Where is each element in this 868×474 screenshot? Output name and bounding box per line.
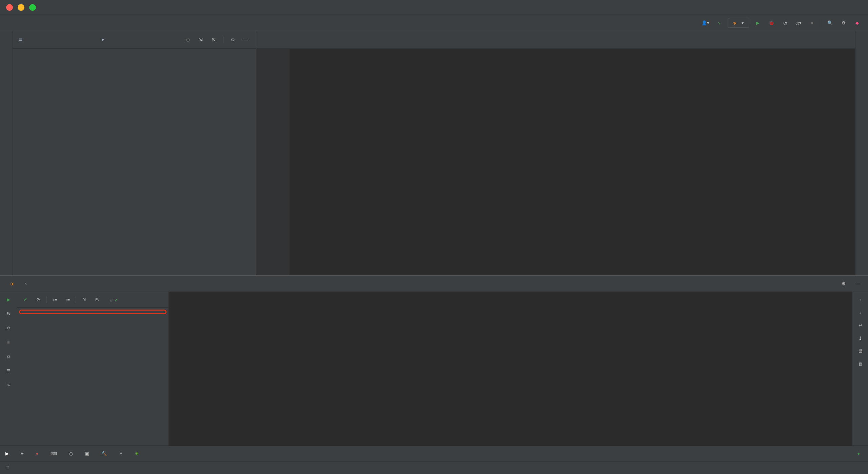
bottom-profiler-tab[interactable]: ◷: [69, 451, 76, 456]
locate-icon[interactable]: ⊕: [183, 35, 193, 45]
run-configuration-dropdown[interactable]: ⬗ ▾: [728, 18, 749, 28]
scroll-down-icon[interactable]: ↓: [855, 308, 865, 317]
layout-icon[interactable]: ☰: [4, 366, 13, 375]
profile-button[interactable]: ◷▾: [794, 18, 803, 28]
clear-icon[interactable]: 🗑: [855, 359, 865, 369]
scroll-up-icon[interactable]: ↑: [855, 295, 865, 304]
show-passed-icon[interactable]: ✔: [20, 295, 30, 304]
run-tab-close-icon[interactable]: ×: [24, 281, 27, 286]
rerun-failed-button[interactable]: ↻: [4, 309, 13, 318]
stop-run-button[interactable]: ■: [4, 337, 13, 347]
test-status: » ✔: [105, 296, 165, 303]
status-icon: ☐: [5, 465, 9, 470]
settings-icon[interactable]: [839, 18, 848, 28]
ide-logo-icon: ◆: [852, 18, 862, 28]
editor-tabs[interactable]: [256, 31, 855, 49]
run-hide-icon[interactable]: —: [853, 279, 863, 289]
expand-all-icon[interactable]: ⇲: [196, 35, 205, 45]
build-icon[interactable]: ↘: [714, 18, 724, 28]
project-settings-icon[interactable]: [228, 35, 238, 45]
bottom-build-tab[interactable]: 🔨: [101, 451, 110, 456]
toggle-auto-test-button[interactable]: ⟳: [4, 323, 13, 333]
window-minimize-button[interactable]: [18, 4, 24, 11]
print-icon[interactable]: 🖶: [855, 346, 865, 356]
expand-icon[interactable]: ⇲: [79, 295, 89, 304]
hide-panel-icon[interactable]: —: [241, 35, 251, 45]
stop-button[interactable]: ■: [807, 18, 817, 28]
sort-up-icon[interactable]: ↑≡: [63, 295, 72, 304]
bottom-spring-tab[interactable]: ❀: [135, 451, 141, 456]
editor-code[interactable]: [290, 49, 855, 275]
debug-button[interactable]: 🐞: [767, 18, 776, 28]
sort-down-icon[interactable]: ↓≡: [50, 295, 59, 304]
project-tree[interactable]: [13, 49, 256, 275]
test-results-tree[interactable]: [19, 310, 166, 314]
collapse-icon[interactable]: ⇱: [92, 295, 102, 304]
bottom-services-tab[interactable]: ▣: [85, 451, 92, 456]
run-button[interactable]: ▶: [753, 18, 763, 28]
show-ignored-icon[interactable]: ⊘: [33, 295, 43, 304]
search-everywhere-icon[interactable]: 🔍: [825, 18, 835, 28]
collapse-all-icon[interactable]: ⇱: [209, 35, 218, 45]
bottom-event-log-tab[interactable]: ●: [857, 451, 863, 456]
soft-wrap-icon[interactable]: ↩: [855, 320, 865, 330]
coverage-button[interactable]: ◔: [780, 18, 790, 28]
run-settings-icon[interactable]: [839, 279, 848, 289]
window-maximize-button[interactable]: [29, 4, 36, 11]
bottom-terminal-tab[interactable]: ⌨: [51, 451, 60, 456]
window-close-button[interactable]: [6, 4, 13, 11]
project-panel-icon: ▤: [18, 37, 22, 42]
pin-icon[interactable]: »: [4, 380, 13, 390]
console-output[interactable]: ↑ ↓ ↩ ⤓ 🖶 🗑: [169, 292, 868, 446]
bottom-problems-tab[interactable]: ●: [36, 451, 41, 456]
scroll-to-end-icon[interactable]: ⤓: [855, 333, 865, 343]
rerun-button[interactable]: ▶: [4, 295, 13, 304]
editor-gutter[interactable]: [256, 49, 290, 275]
bottom-endpoints-tab[interactable]: ⚭: [119, 451, 125, 456]
bottom-run-tab[interactable]: ▶: [5, 451, 12, 456]
user-icon[interactable]: 👤▾: [701, 18, 710, 28]
bottom-todo-tab[interactable]: ≡: [21, 451, 26, 456]
dump-icon[interactable]: ⎙: [4, 352, 13, 361]
